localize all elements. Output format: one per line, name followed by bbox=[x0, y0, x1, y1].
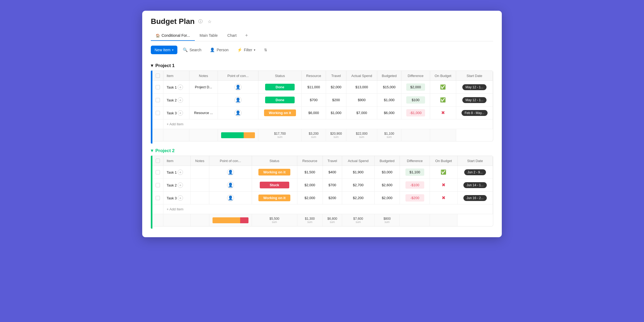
p2r2-status-badge[interactable]: Stuck bbox=[260, 182, 289, 188]
search-icon: 🔍 bbox=[183, 47, 188, 52]
row2-diff-badge: $100 bbox=[406, 96, 425, 104]
col-resource: Resource bbox=[302, 71, 326, 81]
row2-add-note[interactable]: + bbox=[178, 97, 183, 103]
row1-diff-badge: $2,000 bbox=[406, 83, 425, 91]
p2r1-difference: $1,100 bbox=[400, 166, 430, 179]
row3-item: Task 3 + bbox=[163, 107, 189, 119]
row2-avatar[interactable]: 👤 bbox=[235, 97, 241, 104]
p2r1-avatar[interactable]: 👤 bbox=[227, 169, 234, 176]
row1-resource: $11,000 bbox=[302, 81, 326, 94]
group1-header[interactable]: ▾ Project 1 bbox=[151, 58, 493, 71]
header-checkbox[interactable] bbox=[156, 74, 160, 78]
row3-status: Working on it bbox=[258, 107, 302, 119]
row3-notes: Resource ... bbox=[189, 107, 218, 119]
p2r2-avatar[interactable]: 👤 bbox=[227, 182, 234, 189]
add-item-checkbox-cell bbox=[152, 119, 163, 129]
p2r2-resource: $2,000 bbox=[297, 179, 323, 192]
p2r3-date-badge: Jun 16 - 2... bbox=[463, 195, 487, 201]
p2r1-check-icon: ✅ bbox=[441, 170, 446, 175]
p2sum-actual-spend: $6,800 sum bbox=[323, 214, 342, 226]
row1-checkbox[interactable] bbox=[156, 85, 160, 89]
row2-status-badge[interactable]: Done bbox=[265, 97, 295, 103]
p2r3-item: Task 3 + bbox=[163, 192, 191, 204]
header2-checkbox[interactable] bbox=[156, 159, 160, 163]
group2-header[interactable]: ▾ Project 2 bbox=[151, 144, 493, 156]
p2r2-checkbox[interactable] bbox=[156, 183, 160, 187]
p2r3-checkbox[interactable] bbox=[156, 196, 160, 200]
row1-check-icon: ✅ bbox=[440, 85, 446, 90]
row1-status-badge[interactable]: Done bbox=[265, 84, 295, 90]
sum-progress bbox=[218, 129, 258, 141]
person-icon: 👤 bbox=[210, 47, 215, 52]
tab-conditional[interactable]: 🏠 Conditional For... bbox=[151, 31, 195, 41]
p2sum-resource: $5,500 sum bbox=[252, 214, 297, 226]
p2-add-item-checkbox-cell bbox=[152, 204, 163, 214]
p2r3-diff-badge: -$200 bbox=[405, 194, 424, 202]
row3-checkbox[interactable] bbox=[156, 111, 160, 115]
p2r3-add-note[interactable]: + bbox=[178, 195, 183, 201]
row1-notes: Project D... bbox=[189, 81, 218, 94]
row1-checkbox-cell bbox=[152, 81, 163, 94]
p2r3-date: Jun 16 - 2... bbox=[457, 192, 493, 204]
row3-add-note[interactable]: + bbox=[178, 110, 183, 116]
p2r2-checkbox-cell bbox=[152, 179, 163, 192]
row1-on-budget: ✅ bbox=[430, 81, 456, 94]
tab-main-table[interactable]: Main Table bbox=[195, 31, 222, 41]
col-travel: Travel bbox=[326, 71, 346, 81]
row3-status-badge[interactable]: Working on it bbox=[264, 109, 296, 116]
p2r2-item: Task 2 + bbox=[163, 179, 191, 192]
row3-difference: -$1,000 bbox=[401, 107, 430, 119]
p2r3-status-badge[interactable]: Working on it bbox=[258, 195, 290, 201]
person-button[interactable]: 👤 Person bbox=[207, 46, 232, 54]
group2-table: Item Notes Point of con... Status Resour… bbox=[152, 156, 493, 226]
tab-main-label: Main Table bbox=[200, 33, 218, 38]
chevron-down-icon: ▾ bbox=[172, 48, 174, 52]
add-tab-button[interactable]: + bbox=[241, 30, 252, 41]
new-item-button[interactable]: New Item ▾ bbox=[151, 46, 177, 54]
p2-add-item-button[interactable]: + Add Item bbox=[163, 204, 493, 214]
sum-difference: $1,100 sum bbox=[377, 129, 401, 141]
col-start-date: Start Date bbox=[456, 71, 493, 81]
p2sum-blank2 bbox=[163, 214, 191, 226]
header: Budget Plan ⓘ ☆ 🏠 Conditional For... Mai… bbox=[142, 11, 502, 41]
sort-icon: ⇅ bbox=[264, 48, 267, 52]
p2r1-checkbox[interactable] bbox=[156, 170, 160, 174]
app-window: Budget Plan ⓘ ☆ 🏠 Conditional For... Mai… bbox=[142, 11, 502, 237]
table-row: Task 1 + 👤 Working on it $1,500 $400 $1,… bbox=[152, 166, 493, 179]
p2sum-blank3 bbox=[191, 214, 209, 226]
col2-notes: Notes bbox=[191, 156, 209, 166]
col2-status: Status bbox=[252, 156, 297, 166]
row2-checkbox-cell bbox=[152, 94, 163, 107]
sum-resource: $17,700 sum bbox=[258, 129, 302, 141]
p2r2-notes bbox=[191, 179, 209, 192]
add-item-button[interactable]: + Add Item bbox=[163, 119, 493, 129]
progress-orange bbox=[244, 132, 255, 138]
tab-chart[interactable]: Chart bbox=[222, 31, 241, 41]
row2-check-icon: ✅ bbox=[440, 97, 446, 103]
p2r3-avatar[interactable]: 👤 bbox=[227, 195, 234, 202]
row2-checkbox[interactable] bbox=[156, 98, 160, 102]
star-icon[interactable]: ☆ bbox=[206, 18, 213, 25]
row1-date: May 12 - 1... bbox=[456, 81, 493, 94]
row1-avatar[interactable]: 👤 bbox=[235, 84, 241, 91]
filter-chevron-icon: ▾ bbox=[254, 48, 255, 52]
sort-button[interactable]: ⇅ bbox=[261, 46, 270, 54]
tabs-row: 🏠 Conditional For... Main Table Chart + bbox=[151, 30, 493, 41]
row1-actual-spend: $13,000 bbox=[346, 81, 377, 94]
row2-contact: 👤 bbox=[218, 94, 258, 107]
info-icon[interactable]: ⓘ bbox=[197, 18, 204, 25]
row1-add-note[interactable]: + bbox=[178, 85, 183, 90]
col-checkbox bbox=[152, 71, 163, 81]
row2-resource: $700 bbox=[302, 94, 326, 107]
col-actual-spend: Actual Spend bbox=[346, 71, 377, 81]
p2r1-status-badge[interactable]: Working on it bbox=[258, 169, 290, 175]
p2r1-add-note[interactable]: + bbox=[178, 170, 183, 175]
filter-button[interactable]: ⚡ Filter ▾ bbox=[234, 46, 259, 54]
col2-point-of-contact: Point of con... bbox=[209, 156, 252, 166]
search-button[interactable]: 🔍 Search bbox=[180, 46, 204, 54]
row3-avatar[interactable]: 👤 bbox=[235, 109, 241, 116]
p2r1-diff-badge: $1,100 bbox=[405, 169, 424, 176]
col-item: Item bbox=[163, 71, 189, 81]
p2r2-add-note[interactable]: + bbox=[178, 182, 183, 188]
toolbar: New Item ▾ 🔍 Search 👤 Person ⚡ Filter ▾ … bbox=[142, 41, 502, 58]
